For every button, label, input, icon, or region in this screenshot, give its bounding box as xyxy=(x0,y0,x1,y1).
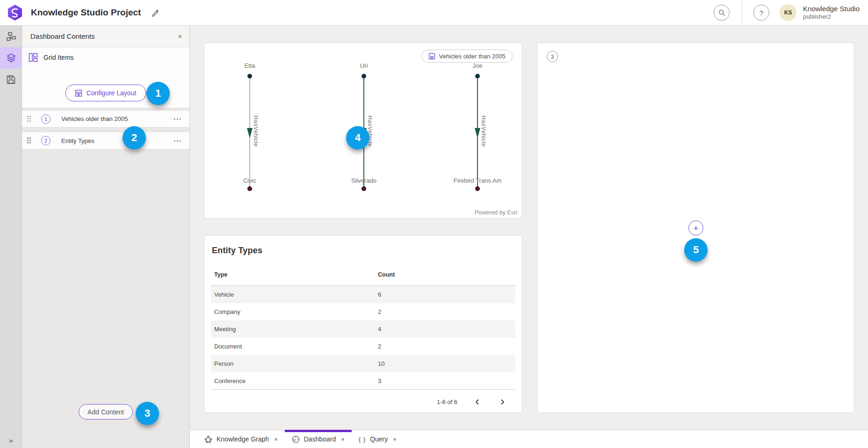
edit-title-icon[interactable] xyxy=(151,8,159,17)
person-node[interactable] xyxy=(362,74,366,78)
item-options-icon[interactable]: ··· xyxy=(174,115,182,123)
cell-count: 10 xyxy=(378,360,384,367)
dashboard-icon xyxy=(292,435,300,443)
callout-badge-4: 4 xyxy=(346,126,369,149)
callout-badge-1: 1 xyxy=(146,82,170,105)
knowledge-graph-icon xyxy=(204,435,212,443)
tab-dashboard[interactable]: Dashboard × xyxy=(285,430,352,448)
edge-label: HasVehicle xyxy=(253,115,259,147)
item-options-icon[interactable]: ··· xyxy=(174,137,182,145)
grid-item-row-entity-types[interactable]: 2 Entity Types ··· xyxy=(22,132,189,149)
close-tab-icon[interactable]: × xyxy=(341,436,345,443)
configure-layout-button[interactable]: Configure Layout xyxy=(65,85,146,101)
cell-type: Document xyxy=(211,343,378,350)
grid-item-row-vehicles[interactable]: 1 Vehicles older than 2005 ··· xyxy=(22,110,189,128)
item-label: Vehicles older than 2005 xyxy=(61,115,128,122)
close-tab-icon[interactable]: × xyxy=(274,436,278,443)
table-row[interactable]: Conference 3 xyxy=(211,372,515,390)
table-row[interactable]: Company 2 xyxy=(211,303,515,320)
edge-arrow-icon xyxy=(247,128,253,138)
panel-title: Dashboard Contents xyxy=(30,32,95,40)
person-node[interactable] xyxy=(475,74,480,78)
table-row[interactable]: Vehicle 6 xyxy=(211,286,515,303)
vehicle-node[interactable] xyxy=(475,186,480,191)
graph-edge-joe-firebird[interactable]: Joe HasVehicle Firebird Trans Am xyxy=(445,43,510,218)
collapse-panel-button[interactable]: » xyxy=(0,436,22,444)
close-tab-icon[interactable]: × xyxy=(393,436,397,443)
cell-count: 4 xyxy=(378,326,381,333)
node-label: Joe xyxy=(445,62,510,69)
item-number-badge: 2 xyxy=(41,136,51,145)
next-page-icon[interactable] xyxy=(497,396,508,407)
user-block[interactable]: Knowledge Studio publisher2 xyxy=(803,5,860,21)
tab-label: Dashboard xyxy=(304,435,336,443)
node-label: Etta xyxy=(217,62,282,69)
drag-handle-icon[interactable] xyxy=(27,116,31,122)
save-icon[interactable] xyxy=(0,69,22,90)
cell-count: 6 xyxy=(378,291,381,298)
topbar-divider xyxy=(742,0,742,26)
grid-items-header: Grid Items xyxy=(22,47,189,68)
drag-handle-icon[interactable] xyxy=(27,137,31,144)
configure-layout-label: Configure Layout xyxy=(87,89,137,97)
cell-type: Conference xyxy=(211,377,378,384)
data-model-icon[interactable] xyxy=(0,26,22,47)
callout-badge-3: 3 xyxy=(136,402,159,425)
callout-badge-2: 2 xyxy=(123,126,146,149)
item-label: Entity Types xyxy=(61,137,94,144)
help-icon[interactable]: ? xyxy=(753,5,769,21)
avatar[interactable]: KS xyxy=(780,4,796,21)
tab-label: Query xyxy=(370,435,388,443)
search-icon[interactable] xyxy=(714,5,730,21)
table-row[interactable]: Document 2 xyxy=(211,338,515,355)
view-tab-bar: Knowledge Graph × Dashboard × { } Query … xyxy=(190,430,868,448)
page-title: Knowledge Studio Project xyxy=(31,7,141,18)
top-bar: Knowledge Studio Project ? KS Knowledge … xyxy=(0,0,868,26)
person-node[interactable] xyxy=(247,74,252,78)
item-number-badge: 1 xyxy=(41,114,51,124)
previous-page-icon[interactable] xyxy=(471,396,483,407)
tab-knowledge-graph[interactable]: Knowledge Graph × xyxy=(197,430,285,448)
user-name: Knowledge Studio xyxy=(803,5,860,14)
cell-type: Person xyxy=(211,360,378,367)
query-braces-icon: { } xyxy=(359,436,366,443)
table-row[interactable]: Meeting 4 xyxy=(211,320,515,338)
grid-items-icon xyxy=(29,53,38,62)
dashboard-contents-icon[interactable] xyxy=(0,47,22,69)
entity-types-table: Type Count Vehicle 6 Company 2 Meeting 4… xyxy=(211,264,515,390)
node-label: Firebird Trans Am xyxy=(445,177,510,184)
tab-label: Knowledge Graph xyxy=(217,435,269,443)
cell-type: Company xyxy=(211,308,378,315)
panel-header: Dashboard Contents × xyxy=(22,26,189,47)
edge-label: HasVehicle xyxy=(480,115,487,147)
page-range: 1-6 of 6 xyxy=(437,398,457,405)
close-panel-icon[interactable]: × xyxy=(178,33,182,40)
table-pagination: 1-6 of 6 xyxy=(204,396,508,407)
graph-edge-etta-civic[interactable]: Etta HasVehicle Civic xyxy=(217,43,282,218)
table-header-row: Type Count xyxy=(211,264,515,286)
dashboard-canvas: Vehicles older than 2005 Etta HasVehicle… xyxy=(190,26,868,430)
entity-types-widget: Entity Types Type Count Vehicle 6 Compan… xyxy=(204,235,522,413)
cell-type: Meeting xyxy=(211,326,378,333)
cell-count: 2 xyxy=(378,343,381,350)
app-logo-icon xyxy=(6,3,24,22)
add-content-button[interactable]: Add Content xyxy=(79,404,133,420)
callout-badge-5: 5 xyxy=(684,238,708,262)
vehicle-node[interactable] xyxy=(362,186,366,191)
vehicle-node[interactable] xyxy=(247,186,252,191)
cell-count: 2 xyxy=(378,308,381,315)
node-label: Silverado xyxy=(331,177,397,184)
column-header-count: Count xyxy=(378,271,395,278)
empty-grid-slot: 3 + xyxy=(537,43,854,413)
node-label: Civic xyxy=(217,177,282,184)
esri-attribution: Powered by Esri xyxy=(475,209,517,216)
table-row[interactable]: Person 10 xyxy=(211,355,515,372)
cell-type: Vehicle xyxy=(211,291,378,298)
edge-arrow-icon xyxy=(475,128,480,138)
add-widget-button[interactable]: + xyxy=(688,220,703,235)
left-icon-strip: » xyxy=(0,26,22,448)
node-label: Uri xyxy=(331,62,397,69)
column-header-type: Type xyxy=(211,271,378,278)
tab-query[interactable]: { } Query × xyxy=(352,430,404,448)
grid-items-label: Grid Items xyxy=(43,54,74,61)
